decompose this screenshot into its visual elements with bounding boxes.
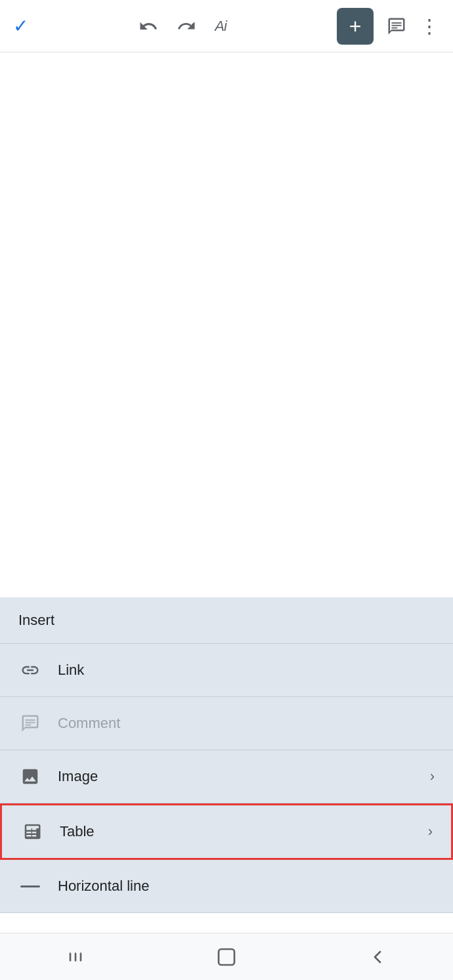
comment-toolbar-icon[interactable] — [387, 16, 406, 36]
link-icon — [18, 658, 42, 682]
nav-back-icon[interactable] — [367, 947, 388, 968]
image-chevron-icon: › — [430, 768, 435, 785]
add-icon: + — [349, 16, 362, 37]
horizontal-line-label: Horizontal line — [58, 878, 435, 895]
table-label: Table — [60, 823, 428, 840]
toolbar: ✓ Ai + ⋮ — [0, 0, 453, 53]
bottom-nav — [0, 933, 453, 980]
table-chevron-icon: › — [428, 823, 433, 840]
image-icon — [18, 765, 42, 788]
redo-icon[interactable] — [177, 16, 196, 36]
insert-header-text: Insert — [18, 612, 54, 628]
comment-label: Comment — [58, 715, 435, 732]
image-label: Image — [58, 768, 430, 785]
nav-menu-icon[interactable] — [65, 947, 86, 968]
insert-panel: Insert Link Comment Image › — [0, 597, 453, 913]
link-label: Link — [58, 662, 435, 679]
svg-rect-7 — [75, 952, 77, 961]
ai-icon[interactable]: Ai — [215, 18, 226, 35]
svg-rect-9 — [219, 949, 234, 965]
menu-item-image[interactable]: Image › — [0, 750, 453, 803]
toolbar-right: + ⋮ — [337, 8, 440, 45]
add-button[interactable]: + — [337, 8, 374, 45]
check-icon[interactable]: ✓ — [13, 15, 28, 37]
menu-item-link[interactable]: Link — [0, 644, 453, 697]
menu-item-table[interactable]: Table › — [0, 803, 453, 860]
svg-rect-6 — [70, 952, 72, 961]
more-icon[interactable]: ⋮ — [420, 14, 440, 37]
svg-rect-8 — [80, 952, 82, 961]
table-icon — [20, 820, 44, 843]
undo-icon[interactable] — [139, 16, 158, 36]
insert-header: Insert — [0, 597, 453, 644]
horizontal-line-icon — [18, 874, 42, 898]
document-area — [0, 53, 453, 597]
comment-icon — [18, 712, 42, 735]
menu-item-horizontal-line[interactable]: Horizontal line — [0, 860, 453, 913]
nav-home-icon[interactable] — [216, 947, 237, 968]
toolbar-center: Ai — [139, 16, 226, 36]
toolbar-left: ✓ — [13, 15, 28, 37]
menu-item-comment: Comment — [0, 697, 453, 750]
